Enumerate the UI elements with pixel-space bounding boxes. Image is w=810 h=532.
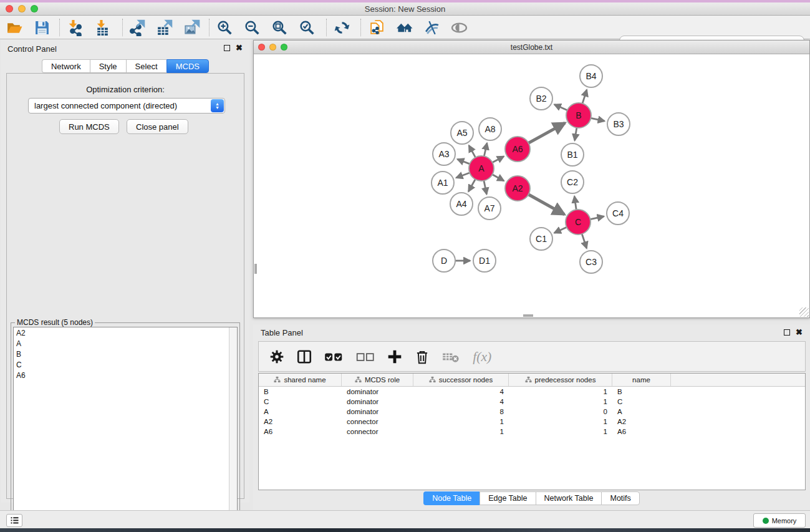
table-row-B[interactable]: Bdominator41B — [259, 387, 805, 397]
graph-edge-A-A1[interactable] — [456, 173, 470, 178]
close-panel-button[interactable]: Close panel — [127, 119, 188, 134]
split-view-icon[interactable] — [296, 349, 312, 365]
float-panel-icon[interactable] — [224, 45, 230, 51]
add-column-icon[interactable] — [387, 349, 403, 365]
cell[interactable]: 4 — [413, 398, 509, 405]
select-all-icon[interactable] — [324, 349, 344, 365]
cell[interactable]: 1 — [509, 398, 612, 405]
tab-node-table[interactable]: Node Table — [423, 491, 480, 505]
zoom-fit-icon[interactable] — [271, 19, 288, 36]
graph-edge-B-B3[interactable] — [591, 118, 605, 121]
mcds-result-item[interactable]: A — [14, 338, 237, 349]
cell[interactable]: C — [612, 398, 671, 405]
graph-node-A1[interactable]: A1 — [432, 172, 454, 194]
graph-edge-A-A4[interactable] — [468, 179, 475, 191]
graph-node-A5[interactable]: A5 — [451, 122, 473, 144]
graph-node-B[interactable]: B — [566, 103, 591, 128]
graph-edge-A-A8[interactable] — [484, 143, 487, 156]
close-table-panel-icon[interactable]: ✖ — [796, 329, 803, 336]
refresh-icon[interactable] — [334, 19, 350, 36]
tab-select[interactable]: Select — [126, 59, 166, 73]
tab-mcds[interactable]: MCDS — [166, 59, 209, 73]
cell[interactable]: 8 — [413, 408, 509, 415]
graph-edge-B-B1[interactable] — [575, 128, 577, 141]
graph-node-D1[interactable]: D1 — [473, 249, 496, 272]
graph-node-C[interactable]: C — [566, 210, 591, 235]
cell[interactable]: dominator — [342, 388, 413, 395]
graph-node-C3[interactable]: C3 — [580, 251, 602, 273]
close-panel-icon[interactable]: ✖ — [236, 45, 243, 51]
graph-node-A[interactable]: A — [469, 156, 494, 181]
network-window-titlebar[interactable]: testGlobe.txt — [254, 41, 809, 54]
cell[interactable]: connector — [342, 418, 413, 425]
graph-node-A3[interactable]: A3 — [433, 143, 455, 165]
cell[interactable]: 1 — [509, 388, 612, 395]
graph-edge-A2-C[interactable] — [528, 195, 564, 215]
cell[interactable]: 1 — [413, 428, 509, 435]
cell[interactable]: 4 — [413, 388, 509, 395]
cell[interactable]: 0 — [509, 408, 612, 415]
optimization-criterion-select[interactable]: largest connected component (directed) ▲… — [28, 98, 225, 114]
graph-edge-A6-B[interactable] — [529, 123, 566, 143]
tab-motifs[interactable]: Motifs — [601, 491, 639, 505]
graph-node-D[interactable]: D — [433, 249, 455, 272]
home-icon[interactable] — [396, 19, 413, 36]
table-row-C[interactable]: Cdominator41C — [259, 397, 805, 407]
cell[interactable]: 1 — [413, 418, 509, 425]
column-header-name[interactable]: name — [612, 374, 671, 386]
window-resize-grip[interactable] — [799, 307, 809, 317]
zoom-selected-icon[interactable] — [299, 19, 316, 36]
graph-edge-C-C1[interactable] — [554, 227, 567, 233]
graph-node-B3[interactable]: B3 — [607, 113, 630, 135]
graph-edge-C-C2[interactable] — [574, 196, 576, 210]
mcds-result-item[interactable]: A2 — [14, 327, 237, 338]
graph-node-A6[interactable]: A6 — [505, 137, 530, 162]
tab-network-table[interactable]: Network Table — [536, 491, 602, 505]
cell[interactable]: 1 — [509, 428, 612, 435]
graph-edge-C-C4[interactable] — [591, 216, 604, 220]
new-network-from-selection-icon[interactable] — [369, 19, 385, 36]
graph-edge-C-C3[interactable] — [582, 234, 587, 248]
cell[interactable]: B — [259, 388, 342, 395]
export-table-icon[interactable] — [156, 19, 173, 36]
graph-node-A8[interactable]: A8 — [479, 118, 501, 140]
graph-node-A7[interactable]: A7 — [478, 197, 501, 220]
zoom-out-icon[interactable] — [244, 19, 261, 36]
cell[interactable]: A2 — [259, 418, 342, 425]
table-row-A6[interactable]: A6connector11A6 — [259, 427, 805, 437]
graph-node-C4[interactable]: C4 — [607, 202, 629, 225]
network-canvas[interactable]: B4B2BB3A8A5A6A3B1AC2A1A2A4A7C4CC1C3DD1 — [254, 54, 809, 317]
column-header-shared-name[interactable]: shared name — [259, 374, 342, 386]
mcds-result-item[interactable]: C — [14, 359, 237, 370]
graph-edge-A-A5[interactable] — [469, 145, 475, 157]
cell[interactable]: A6 — [612, 428, 671, 435]
graph-edge-A-A7[interactable] — [484, 181, 486, 195]
cell[interactable]: B — [612, 388, 671, 395]
open-folder-icon[interactable] — [6, 19, 23, 36]
column-header-predecessor-nodes[interactable]: predecessor nodes — [509, 374, 612, 386]
export-image-icon[interactable] — [183, 19, 200, 36]
tab-style[interactable]: Style — [90, 59, 126, 73]
cell[interactable]: A6 — [259, 428, 342, 435]
graph-node-C2[interactable]: C2 — [561, 171, 584, 193]
canvas-scrollbar-thumb[interactable] — [254, 264, 257, 274]
graph-edge-A-A3[interactable] — [457, 159, 470, 164]
mcds-result-item[interactable]: B — [14, 349, 237, 359]
graph-edge-B-B4[interactable] — [582, 90, 587, 104]
import-table-icon[interactable] — [94, 19, 110, 36]
show-eye-icon[interactable] — [451, 19, 468, 36]
cell[interactable]: C — [259, 398, 342, 405]
cell[interactable]: 1 — [509, 418, 612, 425]
import-network-icon[interactable] — [66, 19, 83, 36]
tab-network[interactable]: Network — [42, 59, 90, 73]
cell[interactable]: connector — [342, 428, 413, 435]
float-table-panel-icon[interactable] — [784, 329, 790, 336]
hide-panels-icon[interactable] — [423, 19, 440, 36]
graph-edge-A-A6[interactable] — [493, 157, 504, 163]
cell[interactable]: dominator — [342, 408, 413, 415]
save-icon[interactable] — [34, 19, 51, 36]
table-row-A[interactable]: Adominator80A — [259, 407, 805, 417]
graph-node-B4[interactable]: B4 — [580, 65, 602, 87]
deselect-all-icon[interactable] — [355, 349, 376, 365]
mcds-result-item[interactable]: A6 — [14, 370, 237, 380]
